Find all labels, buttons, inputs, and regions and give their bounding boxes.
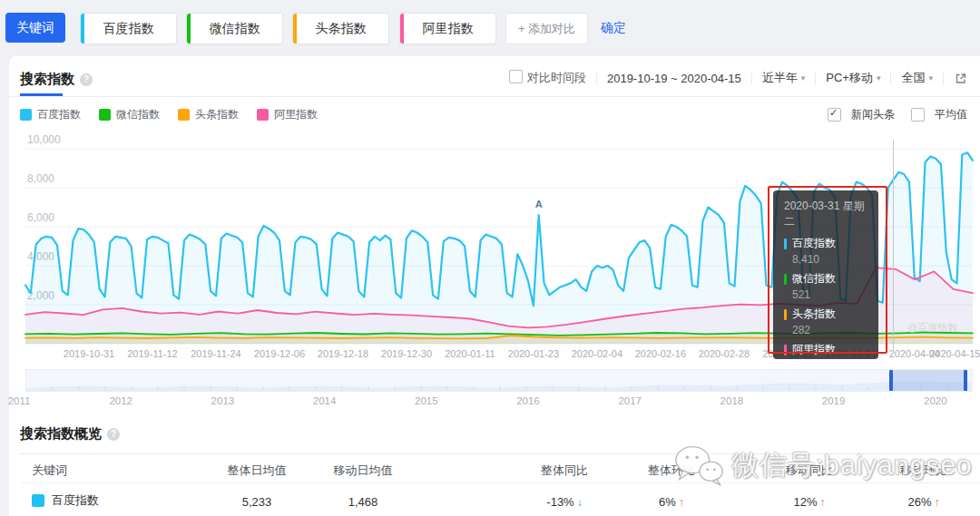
legend-options: 新闻头条平均值 [828,107,967,122]
region-value: 全国 [901,70,925,86]
keyword-card-4[interactable]: 阿里指数 [399,13,496,44]
x-tick-label: 2019-10-31 [64,348,114,359]
cell-value: 1,468 [348,495,378,509]
x-tick-label: 2020-02-04 [572,348,622,359]
x-tick-label: 2019-12-18 [318,348,368,359]
keyword-color-bar [293,14,297,44]
chart-controls: 对比时间段 2019-10-19 ~ 2020-04-15 近半年▾ PC+移动… [509,70,967,86]
x-tick-label: 2020-04-15 [929,348,980,359]
keyword-card-2[interactable]: 微信指数 [186,13,283,44]
device-select[interactable]: PC+移动▾ [826,70,880,86]
tooltip-series-name: 百度指数 [792,236,836,251]
tooltip-color-bar [784,239,787,249]
x-tick-label: 2020-02-16 [635,348,686,359]
cell-value: 26% [907,495,931,509]
legend-swatch [178,109,190,121]
confirm-button[interactable]: 确定 [601,20,626,36]
x-tick-label: 2019-11-12 [127,348,177,359]
tooltip-series-row: 微信指数521 [784,271,867,301]
add-compare-button[interactable]: + 添加对比 [505,13,588,44]
legend-label: 阿里指数 [274,107,318,122]
cell-value: -13% [546,495,573,509]
slider-year-label: 2011 [8,395,31,406]
x-tick-label: 2020-02-28 [699,348,750,359]
keyword-name: 百度指数 [52,492,99,509]
legend-option[interactable]: 新闻头条 [828,107,895,122]
slider-year-label: 2012 [109,395,132,406]
tooltip-series-head: 阿里指数 [784,342,867,357]
slider-handle-left[interactable] [889,370,893,391]
slider-year-label: 2020 [924,395,947,406]
help-icon[interactable]: ? [80,73,93,86]
chevron-down-icon: ▾ [877,73,881,83]
slider-selected-range[interactable] [891,370,967,391]
table-header-6: 移动同比 [786,462,833,479]
tooltip-series-row: 头条指数282 [784,307,867,336]
external-link-icon[interactable] [954,72,967,85]
tooltip-series-head: 百度指数 [784,236,867,251]
timeline-slider[interactable] [25,369,973,392]
chevron-down-icon: ▾ [801,73,806,83]
keyword-color-bar [400,14,404,44]
legend-swatch [99,109,111,121]
help-icon[interactable]: ? [107,428,120,441]
down-arrow-icon: ↓ [577,496,583,509]
slider-year-label: 2018 [720,395,744,406]
up-arrow-icon: ↑ [935,496,940,509]
keyword-button[interactable]: 关键词 [5,13,65,43]
slider-year-label: 2013 [211,395,235,406]
tooltip-series-row: 百度指数8,410 [784,236,867,266]
chart-tooltip: 2020-03-31 星期二 百度指数8,410微信指数521头条指数282阿里… [773,190,878,359]
keyword-swatch [32,494,44,507]
checkbox-checked[interactable] [828,108,841,122]
search-index-panel: 搜索指数 ? 对比时间段 2019-10-19 ~ 2020-04-15 近半年… [9,56,980,516]
table-cell-6: 26%↑ [907,495,939,509]
tooltip-series-name: 阿里指数 [792,342,836,357]
chart-legend: 百度指数微信指数头条指数阿里指数 [20,107,318,122]
table-header-3: 移动日均值 [334,462,393,479]
table-cell-2: 1,468 [348,495,378,509]
table-header-1: 关键词 [32,462,67,479]
tooltip-series-name: 微信指数 [792,271,836,287]
device-value: PC+移动 [826,70,873,86]
slider-year-label: 2017 [618,395,642,406]
svg-text:6,000: 6,000 [27,211,54,224]
compare-period-control[interactable]: 对比时间段 [509,70,586,86]
legend-item[interactable]: 阿里指数 [257,107,318,122]
legend-option-label: 新闻头条 [851,107,895,122]
table-header-7: 移动环比 [900,462,947,479]
table-header-4: 整体同比 [541,462,588,479]
keyword-label: 阿里指数 [423,21,474,37]
cell-value: 12% [793,495,817,509]
legend-option[interactable]: 平均值 [911,107,967,122]
time-range-select[interactable]: 近半年▾ [762,70,806,86]
legend-item[interactable]: 微信指数 [99,107,160,122]
checkbox[interactable] [911,108,925,122]
legend-item[interactable]: 头条指数 [178,107,239,122]
table-keyword-cell[interactable]: 百度指数 [32,492,99,509]
table-header-5: 整体环比 [648,462,695,479]
slider-silhouette [26,370,972,391]
x-tick-label: 2019-12-30 [381,348,432,359]
compare-period-checkbox[interactable] [509,70,523,83]
tooltip-series-row: 阿里指数3,821 [784,342,867,359]
keyword-label: 微信指数 [210,21,260,37]
slider-handle-right[interactable] [964,370,967,391]
keyword-card-3[interactable]: 头条指数 [292,13,389,44]
cell-value: 5,233 [242,495,272,509]
x-tick-label: 2020-01-23 [508,348,559,359]
x-tick-label: 2019-12-06 [254,348,305,359]
keyword-color-bar [187,14,191,44]
up-arrow-icon: ↑ [820,496,826,509]
date-range-picker[interactable]: 2019-10-19 ~ 2020-04-15 [607,72,741,85]
slider-year-label: 2019 [822,395,846,406]
divider [9,96,980,97]
legend-item[interactable]: 百度指数 [20,107,81,122]
region-select[interactable]: 全国▾ [901,70,933,86]
svg-text:A: A [535,199,543,209]
tooltip-series-value: 282 [792,324,867,336]
tooltip-series-value: 8,410 [792,253,867,266]
overview-title: 搜索指数概览 ? [20,425,120,443]
compare-period-label: 对比时间段 [527,71,586,84]
keyword-card-1[interactable]: 百度指数 [80,13,177,44]
